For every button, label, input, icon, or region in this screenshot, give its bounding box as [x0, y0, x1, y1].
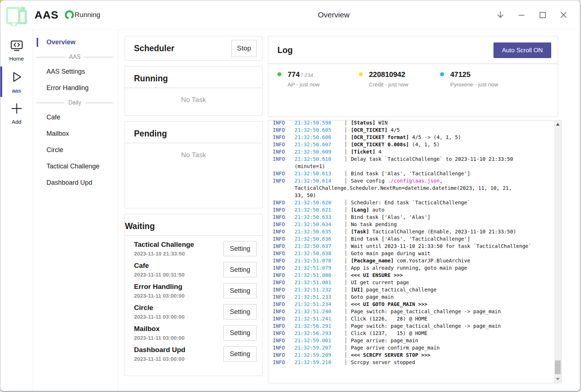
- log-entry: INFO21:32:50.633Bind task ['Alas', 'Alas…: [273, 213, 553, 221]
- log-message: Page switch: page_tactical_challenge -> …: [351, 323, 501, 329]
- rail-item-aas[interactable]: aas: [0, 66, 33, 98]
- rail-item-home[interactable]: Home: [0, 36, 33, 66]
- stat-credit: 220810942Credit - just now: [359, 70, 430, 87]
- sidebar-item-cafe[interactable]: Cafe: [33, 110, 118, 124]
- divider-line: [36, 103, 65, 103]
- log-separator: [346, 142, 346, 147]
- stat-ap: 774/ 234AP - just now: [277, 70, 349, 87]
- scroll-up-icon[interactable]: [556, 123, 560, 126]
- sidebar-item-circle[interactable]: Circle: [33, 143, 118, 157]
- running-title: Running: [134, 74, 262, 83]
- task-next-run-time: 2023-11-10 21:33:50: [134, 250, 194, 257]
- log-level: INFO: [273, 134, 294, 141]
- log-separator: [346, 309, 346, 314]
- log-level: INFO: [273, 344, 294, 351]
- scheduler-card: Scheduler Stop: [125, 36, 263, 61]
- log-level: INFO: [273, 170, 294, 177]
- task-name: Circle: [134, 304, 184, 312]
- log-column: Log Auto Scroll ON 774/ 234AP - just now…: [268, 36, 562, 391]
- log-timestamp: 21:32:50.634: [294, 221, 331, 227]
- maximize-icon[interactable]: [536, 9, 549, 21]
- log-separator: [346, 127, 346, 133]
- log-timestamp: 21:32:59.001: [294, 338, 331, 343]
- download-icon[interactable]: [494, 9, 507, 21]
- sidebar-item-tactical-challenge[interactable]: Tactical Challenge: [33, 159, 118, 173]
- sidebar-item-overview[interactable]: Overview: [33, 35, 118, 49]
- sidebar-item-dashboard-upd[interactable]: Dashboard Upd: [33, 176, 118, 190]
- task-name: Error Handling: [134, 283, 184, 291]
- log-separator: [346, 134, 346, 140]
- log-separator: [346, 352, 346, 358]
- log-separator: [346, 294, 346, 300]
- log-separator: [346, 279, 346, 285]
- rail-item-label: Home: [9, 56, 24, 62]
- log-message: UI get current page: [351, 279, 409, 285]
- log-level: INFO: [273, 235, 294, 242]
- log-message: <<< SCRCPY SERVER STOP >>>: [351, 352, 430, 358]
- log-timestamp: 21:32:50.620: [294, 200, 331, 205]
- log-timestamp: 21:32:50.621: [294, 207, 331, 213]
- close-icon[interactable]: [557, 9, 570, 21]
- task-info: Circle2023-11-11 03:00:00: [134, 304, 184, 320]
- log-separator: [346, 243, 346, 249]
- running-card: Running No Task: [125, 66, 263, 116]
- log-separator: [346, 221, 346, 227]
- log-timestamp: 21:32:59.209: [294, 352, 331, 358]
- log-timestamp: 21:32:51.232: [294, 287, 331, 293]
- task-name: Cafe: [134, 262, 184, 270]
- auto-scroll-button[interactable]: Auto Scroll ON: [493, 42, 551, 58]
- divider-line: [85, 103, 114, 103]
- task-info: Mailbox2023-11-11 03:00:00: [134, 325, 184, 341]
- task-setting-button[interactable]: Setting: [223, 325, 257, 340]
- log-message: Page switch: page_tactical_challenge -> …: [351, 309, 501, 314]
- task-setting-button[interactable]: Setting: [223, 346, 257, 362]
- log-separator: [346, 287, 346, 293]
- log-entry: INFO21:32:50.621[Lang] auto: [273, 206, 553, 213]
- pending-card: Pending No Task: [125, 121, 263, 208]
- task-setting-button[interactable]: Setting: [223, 262, 257, 277]
- log-scrollbar[interactable]: [554, 121, 561, 383]
- log-panel[interactable]: INFO21:32:50.598[Status] WININFO21:32:50…: [268, 120, 562, 383]
- log-separator: [346, 272, 346, 278]
- log-level: INFO: [273, 337, 294, 344]
- waiting-card: Waiting Tactical Challenge2023-11-10 21:…: [125, 214, 263, 376]
- task-setting-button[interactable]: Setting: [223, 241, 257, 256]
- sidebar-item-error-handling[interactable]: Error Handling: [33, 81, 118, 95]
- task-setting-button[interactable]: Setting: [223, 283, 257, 298]
- log-entry: INFO21:32:50.598[Status] WIN: [273, 120, 553, 126]
- stat-suffix: / 234: [301, 72, 313, 78]
- stat-value: 47125: [450, 70, 471, 78]
- log-level: INFO: [273, 308, 294, 315]
- log-level: INFO: [273, 322, 294, 330]
- log-separator: [346, 171, 346, 176]
- log-entry: INFO21:32:50.637Wait until 2023-11-10 21…: [273, 242, 553, 250]
- log-message: Page arrive confirm page_main: [351, 345, 439, 351]
- log-timestamp: 21:32:51.079: [294, 265, 331, 271]
- log-timestamp: 21:32:50.598: [294, 120, 331, 126]
- task-info: Dashboard Upd2023-11-11 03:00:00: [134, 346, 185, 362]
- log-level: INFO: [273, 315, 294, 322]
- sidebar-item-mailbox[interactable]: Mailbox: [33, 127, 118, 141]
- waiting-task-row: Error Handling2023-11-11 03:00:00Setting: [134, 280, 257, 301]
- task-name: Tactical Challenge: [134, 241, 194, 249]
- log-level: INFO: [273, 213, 294, 221]
- divider-line: [84, 57, 114, 57]
- task-next-run-time: 2023-11-11 00:31:50: [134, 271, 184, 278]
- stop-button[interactable]: Stop: [231, 40, 257, 57]
- log-timestamp: 21:32:51.241: [294, 316, 331, 322]
- waiting-task-list: Tactical Challenge2023-11-10 21:33:50Set…: [125, 236, 262, 364]
- app-window: AAS Running Overview HomeaasAdd Overview…: [0, 0, 580, 391]
- minimize-icon[interactable]: [515, 9, 528, 21]
- log-card: Log Auto Scroll ON 774/ 234AP - just now…: [268, 36, 558, 117]
- log-timestamp: 21:32:51.240: [294, 309, 331, 314]
- scroll-down-icon[interactable]: [556, 378, 560, 380]
- sidebar-item-aas-settings[interactable]: AAS Settings: [33, 65, 118, 79]
- scrollbar-thumb[interactable]: [555, 360, 561, 374]
- log-timestamp: 21:32:50.614: [294, 178, 331, 184]
- task-info: Cafe2023-11-11 00:31:50: [134, 262, 184, 278]
- task-setting-button[interactable]: Setting: [223, 304, 257, 319]
- log-level: INFO: [273, 301, 294, 308]
- log-entry: INFO21:32:51.078[Package_name] com.Yosta…: [273, 257, 553, 264]
- rail-item-add[interactable]: Add: [0, 98, 33, 129]
- waiting-task-row: Dashboard Upd2023-11-11 03:00:00Setting: [134, 343, 257, 364]
